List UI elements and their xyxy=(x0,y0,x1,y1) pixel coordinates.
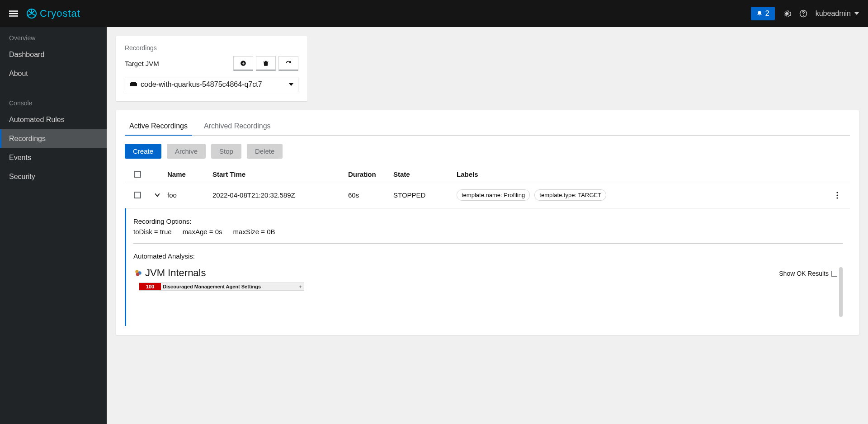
cell-state: STOPPED xyxy=(393,191,457,199)
question-icon xyxy=(799,9,807,18)
show-ok-label: Show OK Results xyxy=(779,270,829,277)
svg-point-10 xyxy=(836,192,838,193)
target-jvm-select[interactable]: code-with-quarkus-54875c4864-q7ct7 xyxy=(125,77,298,92)
kebab-icon xyxy=(836,192,838,199)
create-button[interactable]: Create xyxy=(125,144,161,159)
sidebar-nav: Overview Dashboard About Console Automat… xyxy=(0,27,107,424)
gear-icon xyxy=(783,9,791,18)
help-button[interactable] xyxy=(799,9,807,18)
analysis-item[interactable]: 100 Discouraged Management Agent Setting… xyxy=(139,283,304,291)
recording-options-title: Recording Options: xyxy=(133,217,843,225)
cell-labels: template.name: Profiling template.type: … xyxy=(457,189,827,201)
nav-dashboard[interactable]: Dashboard xyxy=(0,45,107,64)
caret-down-icon xyxy=(854,11,859,16)
chevron-down-icon xyxy=(155,193,160,198)
svg-point-11 xyxy=(836,194,838,196)
analysis-item-text: Discouraged Management Agent Settings xyxy=(163,284,261,289)
cryostat-icon xyxy=(26,8,37,19)
nav-about[interactable]: About xyxy=(0,64,107,83)
analysis-score: 100 xyxy=(139,283,161,290)
target-jvm-label: Target JVM xyxy=(125,60,159,67)
nav-section-console: Console xyxy=(0,92,107,110)
cell-start: 2022-04-08T21:20:32.589Z xyxy=(212,191,348,199)
label-pill: template.name: Profiling xyxy=(457,189,530,201)
recordings-panel: Active Recordings Archived Recordings Cr… xyxy=(116,110,859,335)
stop-button[interactable]: Stop xyxy=(211,144,241,159)
add-target-button[interactable] xyxy=(233,56,253,71)
svg-rect-2 xyxy=(9,15,18,16)
brand-logo[interactable]: Cryostat xyxy=(26,8,80,19)
nav-recordings[interactable]: Recordings xyxy=(0,129,107,148)
notif-count: 2 xyxy=(765,9,769,18)
bell-icon xyxy=(756,10,763,17)
row-checkbox[interactable] xyxy=(134,192,141,198)
label-pill: template.type: TARGET xyxy=(534,189,606,201)
automated-analysis-title: Automated Analysis: xyxy=(133,252,843,260)
show-ok-toggle[interactable]: Show OK Results xyxy=(779,270,837,277)
breadcrumb: Recordings xyxy=(125,44,298,52)
nav-automated-rules[interactable]: Automated Rules xyxy=(0,110,107,129)
username: kubeadmin xyxy=(816,9,851,18)
opt-maxsize: maxSize = 0B xyxy=(233,228,275,236)
target-jvm-card: Recordings Target JVM xyxy=(116,36,307,101)
col-start: Start Time xyxy=(212,170,348,178)
delete-button[interactable]: Delete xyxy=(247,144,283,159)
cell-name: foo xyxy=(167,191,212,199)
nav-section-overview: Overview xyxy=(0,27,107,45)
archive-button[interactable]: Archive xyxy=(167,144,206,159)
col-name: Name xyxy=(167,170,212,178)
opt-maxage: maxAge = 0s xyxy=(183,228,222,236)
notifications-button[interactable]: 2 xyxy=(751,7,775,20)
row-actions-menu[interactable] xyxy=(827,192,847,199)
nav-security[interactable]: Security xyxy=(0,167,107,186)
svg-point-6 xyxy=(803,15,803,15)
svg-rect-8 xyxy=(130,83,137,86)
trash-icon xyxy=(263,60,269,66)
select-all-checkbox[interactable] xyxy=(134,171,141,178)
svg-point-15 xyxy=(136,273,140,276)
tab-archived-recordings[interactable]: Archived Recordings xyxy=(199,119,275,135)
caret-down-icon xyxy=(289,82,293,87)
refresh-icon xyxy=(285,60,292,66)
col-labels: Labels xyxy=(457,170,827,178)
user-menu[interactable]: kubeadmin xyxy=(816,9,859,18)
svg-point-4 xyxy=(786,13,788,15)
container-icon xyxy=(130,82,137,87)
plus-circle-icon xyxy=(240,60,246,66)
svg-point-12 xyxy=(836,197,838,198)
expanded-row-panel: Recording Options: toDisk = true maxAge … xyxy=(125,208,850,326)
table-row: foo 2022-04-08T21:20:32.589Z 60s STOPPED… xyxy=(125,182,850,208)
col-duration: Duration xyxy=(348,170,393,178)
col-state: State xyxy=(393,170,457,178)
divider xyxy=(133,244,843,244)
delete-target-button[interactable] xyxy=(256,56,276,71)
brand-name: Cryostat xyxy=(40,8,80,19)
nav-events[interactable]: Events xyxy=(0,148,107,167)
jvm-icon xyxy=(134,269,142,277)
target-value: code-with-quarkus-54875c4864-q7ct7 xyxy=(141,80,262,89)
analysis-section-title: JVM Internals xyxy=(145,267,206,279)
analysis-expand-icon[interactable]: + xyxy=(299,284,302,289)
refresh-target-button[interactable] xyxy=(278,56,298,71)
settings-button[interactable] xyxy=(783,9,791,18)
hamburger-menu-button[interactable] xyxy=(9,9,18,18)
tab-active-recordings[interactable]: Active Recordings xyxy=(125,119,192,136)
cell-duration: 60s xyxy=(348,191,393,199)
scrollbar[interactable] xyxy=(839,267,843,317)
svg-rect-9 xyxy=(131,82,136,83)
opt-todisk: toDisk = true xyxy=(133,228,172,236)
row-expand-toggle[interactable] xyxy=(147,193,167,198)
svg-rect-1 xyxy=(9,13,18,14)
svg-rect-0 xyxy=(9,10,18,12)
show-ok-checkbox[interactable] xyxy=(831,271,837,277)
